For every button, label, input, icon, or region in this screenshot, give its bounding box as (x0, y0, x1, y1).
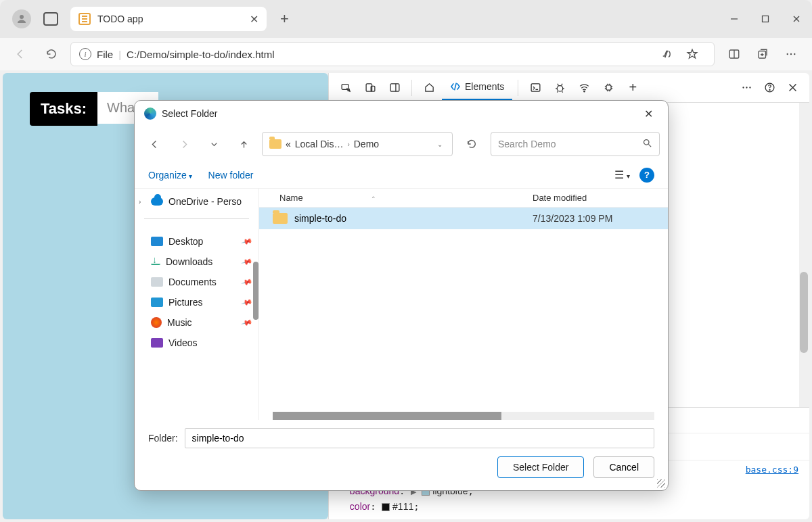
profile-avatar[interactable] (12, 9, 31, 28)
edge-app-icon (144, 108, 156, 120)
folder-field-label: Folder: (148, 433, 178, 444)
select-folder-dialog: Select Folder ✕ « Local Dis… › Demo ⌄ Se… (134, 100, 669, 491)
folder-icon (269, 139, 281, 149)
tab-actions-icon[interactable] (43, 12, 58, 26)
tasks-heading: Tasks: (30, 92, 97, 126)
page-favicon (78, 13, 91, 25)
select-folder-button[interactable]: Select Folder (497, 456, 584, 478)
welcome-tab-icon[interactable] (418, 76, 441, 99)
dialog-title: Select Folder (162, 108, 217, 119)
dialog-refresh-button[interactable] (459, 132, 484, 156)
dialog-search-input[interactable]: Search Demo (491, 132, 660, 156)
sidebar-item-music[interactable]: Music📌 (135, 312, 258, 333)
back-button[interactable] (8, 42, 32, 66)
music-icon (151, 317, 162, 328)
console-icon[interactable] (524, 76, 547, 99)
svg-point-10 (794, 53, 795, 55)
sidebar-item-documents[interactable]: Documents📌 (135, 272, 258, 292)
site-info-icon[interactable]: i (79, 48, 91, 60)
performance-icon[interactable] (597, 76, 620, 99)
address-bar[interactable]: i File | C:/Demo/simple-to-do/index.html (70, 42, 715, 66)
sidebar-item-pictures[interactable]: Pictures📌 (135, 292, 258, 312)
onedrive-icon (151, 197, 163, 206)
videos-icon (151, 338, 163, 348)
sidebar-item-onedrive[interactable]: ›OneDrive - Perso (135, 191, 258, 212)
breadcrumb-disk[interactable]: Local Dis… (295, 139, 344, 149)
color-swatch-111[interactable] (382, 503, 390, 511)
svg-point-24 (769, 89, 769, 90)
refresh-button[interactable] (39, 42, 64, 66)
svg-point-18 (584, 91, 585, 91)
dialog-up-button[interactable] (232, 133, 255, 156)
issues-icon[interactable] (548, 76, 571, 99)
svg-rect-19 (606, 85, 611, 90)
file-date: 7/13/2023 1:09 PM (533, 213, 654, 224)
resize-grip-icon[interactable] (657, 479, 665, 488)
folder-name-input[interactable] (185, 428, 654, 448)
devtools-more-icon[interactable] (735, 76, 758, 99)
svg-point-22 (749, 87, 750, 88)
address-path: C:/Demo/simple-to-do/index.html (127, 49, 274, 60)
file-list-row[interactable]: simple-to-do 7/13/2023 1:09 PM (259, 208, 668, 229)
cancel-button[interactable]: Cancel (593, 456, 654, 478)
svg-point-0 (20, 15, 24, 19)
pin-icon: 📌 (241, 276, 254, 288)
more-menu-icon[interactable] (778, 43, 804, 65)
network-conditions-icon[interactable] (572, 76, 595, 99)
view-options-icon[interactable]: ☰ ▾ (614, 168, 630, 181)
devtools-close-icon[interactable] (781, 76, 804, 99)
file-name: simple-to-do (294, 213, 533, 224)
split-screen-icon[interactable] (721, 43, 747, 65)
downloads-icon (151, 258, 160, 265)
more-tabs-icon[interactable]: + (621, 76, 644, 99)
svg-point-21 (746, 87, 747, 88)
favorite-icon[interactable] (681, 43, 703, 65)
browser-toolbar: i File | C:/Demo/simple-to-do/index.html (0, 38, 812, 70)
dialog-recent-button[interactable] (202, 133, 225, 156)
dialog-forward-button[interactable] (173, 133, 196, 156)
sidebar-scrollbar[interactable] (253, 262, 258, 320)
svg-rect-14 (390, 84, 399, 91)
search-icon (642, 138, 652, 150)
file-list-header[interactable]: Name⌃ Date modified (259, 189, 668, 208)
documents-icon (151, 277, 163, 287)
maximize-button[interactable] (750, 5, 781, 32)
close-window-button[interactable] (781, 5, 812, 32)
browser-titlebar: TODO app ✕ + (0, 0, 812, 38)
read-aloud-icon[interactable] (656, 43, 677, 65)
devtools-help-icon[interactable] (758, 76, 781, 99)
close-tab-icon[interactable]: ✕ (250, 13, 258, 26)
dialog-breadcrumb[interactable]: « Local Dis… › Demo ⌄ (262, 132, 453, 156)
svg-point-17 (557, 86, 563, 92)
dialog-back-button[interactable] (143, 133, 166, 156)
inspect-icon[interactable] (334, 76, 357, 99)
svg-point-8 (787, 53, 788, 55)
pin-icon: 📌 (241, 316, 254, 329)
sidebar-item-downloads[interactable]: Downloads📌 (135, 252, 258, 272)
sidebar-item-desktop[interactable]: Desktop📌 (135, 231, 258, 252)
organize-menu[interactable]: Organize (148, 170, 192, 181)
breadcrumb-dropdown-icon[interactable]: ⌄ (437, 141, 443, 148)
svg-line-30 (648, 144, 651, 147)
new-tab-button[interactable]: + (280, 10, 289, 28)
dialog-help-icon[interactable]: ? (639, 168, 654, 183)
sidebar-item-videos[interactable]: Videos (135, 333, 258, 353)
pictures-icon (151, 298, 163, 307)
collections-icon[interactable] (750, 43, 775, 65)
pin-icon: 📌 (241, 296, 254, 308)
file-list-hscrollbar[interactable] (273, 412, 654, 420)
elements-tab[interactable]: Elements (442, 74, 512, 101)
device-emulation-icon[interactable] (359, 76, 382, 99)
pin-icon: 📌 (241, 256, 254, 268)
minimize-button[interactable] (719, 5, 750, 32)
browser-tab[interactable]: TODO app ✕ (70, 7, 267, 31)
source-link[interactable]: base.css:9 (746, 465, 798, 475)
folder-icon (273, 213, 288, 224)
dock-side-icon[interactable] (383, 76, 406, 99)
devtools-scrollbar[interactable] (799, 103, 809, 407)
new-folder-button[interactable]: New folder (208, 170, 254, 181)
pin-icon: 📌 (241, 235, 254, 247)
breadcrumb-demo[interactable]: Demo (354, 139, 379, 149)
dialog-close-icon[interactable]: ✕ (639, 105, 658, 123)
desktop-icon (151, 237, 163, 246)
